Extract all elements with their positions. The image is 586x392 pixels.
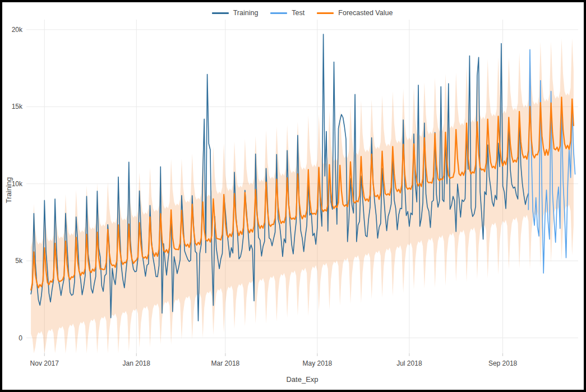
x-tick-label: Jan 2018 (123, 359, 151, 367)
x-tick-label: Jul 2018 (396, 359, 422, 367)
y-tick-label: 10k (12, 180, 23, 188)
legend-label-training: Training (233, 9, 259, 17)
x-tick-label: Nov 2017 (30, 359, 59, 367)
chart-window: Training Test Forecasted Value 05k10k15k… (0, 0, 586, 392)
y-tick-label: 20k (12, 26, 23, 34)
y-axis-title: Training (4, 177, 13, 203)
y-tick-label: 5k (15, 257, 23, 265)
x-tick-label: Sep 2018 (488, 359, 518, 367)
legend-item-test[interactable]: Test (270, 9, 304, 17)
plot-area[interactable]: 05k10k15k20kNov 2017Jan 2018Mar 2018May … (2, 2, 584, 390)
forecast-line-swatch-icon (317, 12, 334, 14)
legend-item-forecast[interactable]: Forecasted Value (317, 9, 393, 17)
test-line-swatch-icon (270, 12, 287, 14)
x-tick-label: Mar 2018 (211, 359, 240, 367)
x-axis-title: Date_Exp (286, 375, 318, 384)
y-tick-label: 15k (12, 103, 23, 110)
legend-label-test: Test (292, 9, 304, 17)
training-line-swatch-icon (212, 12, 229, 14)
y-tick-label: 0 (19, 334, 22, 342)
legend-label-forecast: Forecasted Value (338, 9, 393, 17)
legend-item-training[interactable]: Training (212, 9, 259, 17)
x-tick-label: May 2018 (303, 359, 333, 367)
confidence-band (31, 38, 574, 353)
legend: Training Test Forecasted Value (26, 7, 578, 19)
